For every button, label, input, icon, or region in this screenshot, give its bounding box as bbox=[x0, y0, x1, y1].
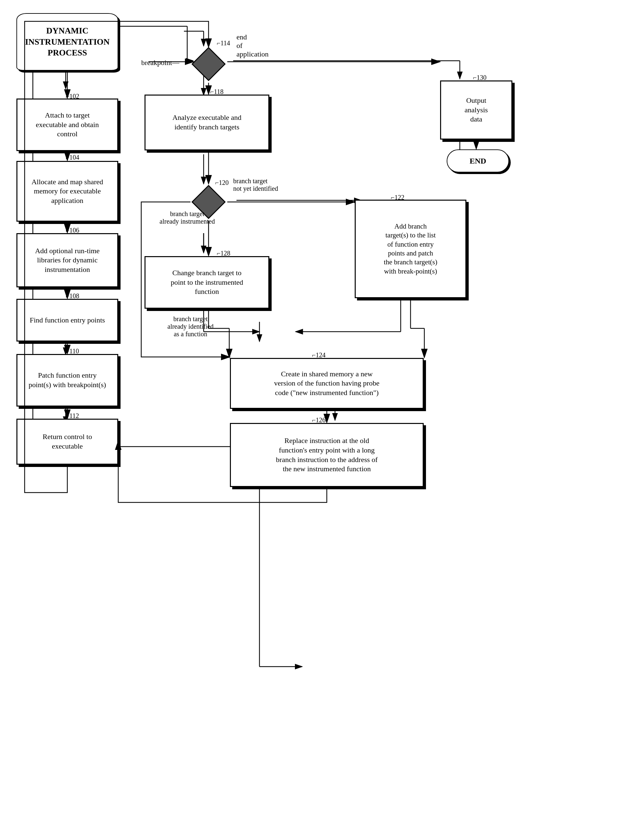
start-node: DYNAMIC INSTRUMENTATION PROCESS bbox=[16, 13, 118, 70]
label-end-of-app: end of application bbox=[236, 33, 269, 58]
label-branch-as-function: branch target already identified as a fu… bbox=[141, 315, 240, 338]
node-110: Patch function entry point(s) with break… bbox=[16, 354, 118, 407]
label-branch-not-identified: branch target not yet identified bbox=[233, 177, 325, 192]
label-branch-instrumented: branch target already instrumented bbox=[141, 210, 233, 225]
node-106: Add optional run-time libraries for dyna… bbox=[16, 233, 118, 287]
node-122: Add branch target(s) to the list of func… bbox=[355, 200, 466, 298]
node-124: Create in shared memory a new version of… bbox=[230, 358, 424, 409]
diamond-114 bbox=[191, 46, 227, 82]
node-108: Find function entry points bbox=[16, 299, 118, 341]
node-104: Allocate and map shared memory for execu… bbox=[16, 161, 118, 222]
node-126: Replace instruction at the old function'… bbox=[230, 423, 424, 487]
node-128: Change branch target to point to the ins… bbox=[144, 256, 269, 309]
node-130: Output analysis data bbox=[440, 80, 512, 139]
flowchart-diagram: DYNAMIC INSTRUMENTATION PROCESS ⌐102 Att… bbox=[0, 0, 626, 840]
node-102: Attach to target executable and obtain c… bbox=[16, 99, 118, 151]
node-112: Return control to executable bbox=[16, 419, 118, 465]
label-breakpoint: breakpoint— bbox=[141, 58, 179, 67]
ref-104: ⌐104 bbox=[66, 154, 79, 161]
node-118: Analyze executable and identify branch t… bbox=[144, 95, 269, 150]
end-node: END bbox=[447, 149, 509, 172]
svg-marker-33 bbox=[192, 48, 225, 80]
